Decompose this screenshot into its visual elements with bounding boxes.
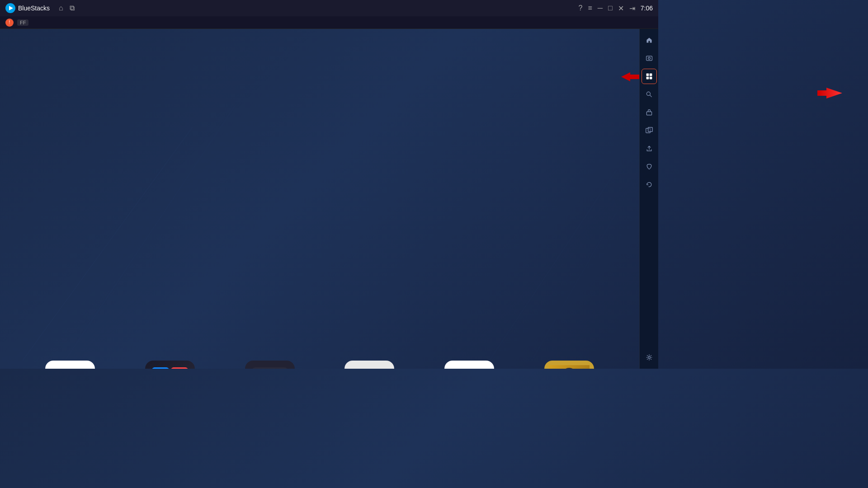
content-area: Play Store ✕ ✕ xyxy=(0,29,639,369)
svg-rect-34 xyxy=(349,365,390,369)
svg-rect-142 xyxy=(646,112,651,115)
svg-rect-23 xyxy=(252,367,288,369)
minimize-icon[interactable]: ─ xyxy=(598,4,603,12)
svg-point-146 xyxy=(648,357,650,359)
app-grid-row1: Play Store ✕ ✕ xyxy=(23,361,617,369)
svg-rect-46 xyxy=(449,365,490,369)
sidebar-eco-icon[interactable] xyxy=(642,159,657,174)
svg-rect-12 xyxy=(152,367,169,369)
ff-tag: FF xyxy=(17,19,28,26)
sidebar-settings-icon[interactable] xyxy=(642,350,657,365)
sidebar-home-icon[interactable] xyxy=(642,33,657,48)
svg-rect-144 xyxy=(648,127,652,132)
restore-icon[interactable]: □ xyxy=(608,4,613,12)
app-play-win[interactable]: Play & Win xyxy=(322,361,417,369)
battlegrounds-icon xyxy=(544,361,594,369)
svg-line-2 xyxy=(23,127,192,361)
play-win-icon xyxy=(344,361,394,369)
game-center-icon: ✕ ✕ xyxy=(145,361,195,369)
svg-rect-138 xyxy=(646,77,649,80)
title-bar-controls: ? ≡ ─ □ ✕ ⇥ 7:06 xyxy=(578,4,653,13)
warning-icon: ! xyxy=(5,19,14,27)
app-play-store[interactable]: Play Store xyxy=(23,361,118,369)
copy-icon[interactable]: ⧉ xyxy=(70,4,75,12)
sidebar-search-icon[interactable] xyxy=(642,87,657,102)
sidebar-export-icon[interactable] xyxy=(642,141,657,156)
home-icon[interactable]: ⌂ xyxy=(59,4,63,12)
main-layout: Play Store ✕ ✕ xyxy=(0,29,658,369)
help-icon[interactable]: ? xyxy=(578,4,582,12)
app-title: BlueStacks xyxy=(18,5,50,12)
app-battlegrounds[interactable]: Battlegrounds India xyxy=(521,361,617,369)
sidebar-toggle-icon[interactable]: ⇥ xyxy=(629,4,635,13)
sidebar-layout-icon[interactable] xyxy=(642,69,657,84)
play-store-icon xyxy=(45,361,95,369)
svg-line-3 xyxy=(65,106,235,361)
svg-rect-139 xyxy=(649,77,652,80)
sidebar-macro-icon[interactable] xyxy=(642,105,657,120)
svg-line-141 xyxy=(650,95,651,97)
title-nav-icons: ⌂ ⧉ xyxy=(59,4,75,12)
background-decoration xyxy=(23,42,617,361)
app-game-center[interactable]: ✕ ✕ Game Center xyxy=(123,361,218,369)
svg-line-4 xyxy=(489,170,617,361)
app-bluestacks-x[interactable]: BlueStacks X xyxy=(422,361,517,369)
app-system-apps[interactable]: ⚙ System apps xyxy=(222,361,317,369)
svg-rect-134 xyxy=(646,56,652,61)
svg-rect-14 xyxy=(171,367,188,369)
bluestacks-x-icon xyxy=(444,361,494,369)
svg-point-140 xyxy=(646,92,650,95)
right-sidebar xyxy=(639,29,658,369)
sidebar-multi-instance-icon[interactable] xyxy=(642,123,657,138)
system-apps-icon: ⚙ xyxy=(245,361,295,369)
sidebar-screenshot-icon[interactable] xyxy=(642,51,657,66)
time-display: 7:06 xyxy=(641,5,653,12)
bluestacks-logo-icon xyxy=(5,3,15,13)
title-bar: BlueStacks ⌂ ⧉ ? ≡ ─ □ ✕ ⇥ 7:06 xyxy=(0,0,658,16)
sidebar-refresh-icon[interactable] xyxy=(642,177,657,192)
svg-rect-137 xyxy=(649,74,652,76)
close-icon[interactable]: ✕ xyxy=(618,4,624,13)
svg-point-135 xyxy=(648,57,650,60)
svg-rect-7 xyxy=(52,367,88,369)
app-logo: BlueStacks xyxy=(5,3,50,13)
svg-line-5 xyxy=(532,212,617,360)
hamburger-icon[interactable]: ≡ xyxy=(588,4,592,12)
svg-rect-136 xyxy=(646,74,649,76)
notification-bar: ! FF xyxy=(0,16,658,29)
